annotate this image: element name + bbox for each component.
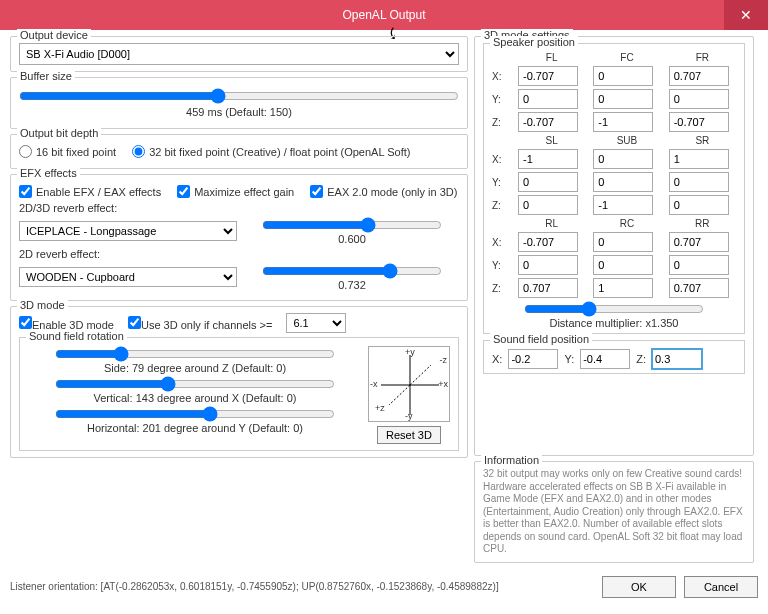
reset-3d-button[interactable]: Reset 3D [377,426,441,444]
buffer-size-slider[interactable] [19,88,459,104]
ok-button[interactable]: OK [602,576,676,598]
reverb-2d3d-slider[interactable] [262,217,442,233]
check-enable-efx[interactable]: Enable EFX / EAX effects [19,185,161,198]
distance-slider[interactable] [524,301,704,317]
radio-32bit[interactable]: 32 bit fixed point (Creative) / float po… [132,145,410,158]
reverb-2d3d-value: 0.600 [338,233,366,245]
output-device-label: Output device [17,29,91,41]
sl-y[interactable] [518,172,578,192]
sfp-x[interactable] [508,349,558,369]
buffer-size-group: Buffer size 459 ms (Default: 150) [10,77,468,129]
rc-x[interactable] [593,232,653,252]
fc-x[interactable] [593,66,653,86]
side-value: Side: 79 degree around Z (Default: 0) [104,362,286,374]
side-slider[interactable] [55,346,335,362]
rr-y[interactable] [669,255,729,275]
fr-y[interactable] [669,89,729,109]
reverb-2d3d-label: 2D/3D reverb effect: [19,202,459,214]
information-label: Information [481,454,542,466]
sr-z[interactable] [669,195,729,215]
bit-depth-group: Output bit depth 16 bit fixed point 32 b… [10,134,468,169]
check-only-if-channels[interactable]: Use 3D only if channels >= [128,316,272,331]
mode3d-label: 3D mode [17,299,68,311]
sl-x[interactable] [518,149,578,169]
output-device-group: Output device SB X-Fi Audio [D000] [10,36,468,72]
rl-y[interactable] [518,255,578,275]
titlebar: OpenAL Output ✕ ⤹ [0,0,768,30]
rc-z[interactable] [593,278,653,298]
sub-x[interactable] [593,149,653,169]
fl-y[interactable] [518,89,578,109]
reverb-2d-slider[interactable] [262,263,442,279]
radio-16bit[interactable]: 16 bit fixed point [19,145,116,158]
window-title: OpenAL Output [343,8,426,22]
bit-depth-label: Output bit depth [17,127,101,139]
buffer-size-value: 459 ms (Default: 150) [186,106,292,118]
cancel-button[interactable]: Cancel [684,576,758,598]
sfp-label: Sound field position [490,333,592,345]
information-group: Information 32 bit output may works only… [474,461,754,563]
rr-x[interactable] [669,232,729,252]
mode3d-group: 3D mode Enable 3D mode Use 3D only if ch… [10,306,468,458]
rc-y[interactable] [593,255,653,275]
output-device-select[interactable]: SB X-Fi Audio [D000] [19,43,459,65]
rr-z[interactable] [669,278,729,298]
fc-y[interactable] [593,89,653,109]
distance-value: Distance multiplier: x1.350 [549,317,678,329]
speaker-position-label: Speaker position [490,36,578,48]
rl-z[interactable] [518,278,578,298]
rotation-label: Sound field rotation [26,330,127,342]
reverb-2d-select[interactable]: WOODEN - Cupboard [19,267,237,287]
sound-field-position-group: Sound field position X: Y: Z: [483,340,745,374]
close-icon: ✕ [740,7,752,23]
axes-diagram: +y -z -x +x +z -y [368,346,450,422]
sl-z[interactable] [518,195,578,215]
speaker-position-group: Speaker position FLFCFR X: Y: Z: SLSUBSR… [483,43,745,334]
vertical-slider[interactable] [55,376,335,392]
rl-x[interactable] [518,232,578,252]
svg-line-4 [410,365,431,385]
check-eax2[interactable]: EAX 2.0 mode (only in 3D) [310,185,457,198]
sr-y[interactable] [669,172,729,192]
information-text: 32 bit output may works only on few Crea… [483,468,745,556]
check-enable-3d[interactable]: Enable 3D mode [19,316,114,331]
sfp-z[interactable] [652,349,702,369]
horizontal-value: Horizontal: 201 degree around Y (Default… [87,422,303,434]
svg-line-5 [389,385,410,405]
sub-z[interactable] [593,195,653,215]
settings3d-group: 3D mode settings Speaker position FLFCFR… [474,36,754,456]
fl-z[interactable] [518,112,578,132]
listener-orientation: Listener orientation: [AT(-0.2862053x, 0… [10,581,499,592]
vertical-value: Vertical: 143 degree around X (Default: … [93,392,296,404]
fl-x[interactable] [518,66,578,86]
reverb-2d3d-select[interactable]: ICEPLACE - Longpassage [19,221,237,241]
fr-x[interactable] [669,66,729,86]
fr-z[interactable] [669,112,729,132]
reverb-2d-value: 0.732 [338,279,366,291]
channels-select[interactable]: 6.1 [286,313,346,333]
sfp-y[interactable] [580,349,630,369]
rotation-group: Sound field rotation Side: 79 degree aro… [19,337,459,451]
fc-z[interactable] [593,112,653,132]
buffer-size-label: Buffer size [17,70,75,82]
horizontal-slider[interactable] [55,406,335,422]
sr-x[interactable] [669,149,729,169]
check-maximize-gain[interactable]: Maximize effect gain [177,185,294,198]
efx-group: EFX effects Enable EFX / EAX effects Max… [10,174,468,301]
sub-y[interactable] [593,172,653,192]
reverb-2d-label: 2D reverb effect: [19,248,459,260]
efx-label: EFX effects [17,167,80,179]
close-button[interactable]: ✕ [724,0,768,30]
